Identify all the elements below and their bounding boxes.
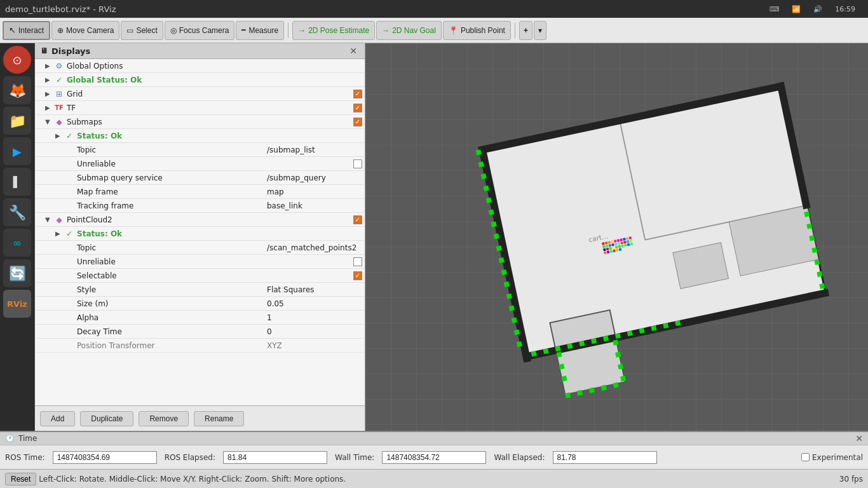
focus-camera-button[interactable]: ◎ Focus Camera — [165, 21, 235, 40]
pc2-checkbox[interactable]: ✓ — [353, 215, 362, 224]
select-icon: ▭ — [126, 26, 133, 35]
svg-rect-57 — [615, 351, 621, 357]
window-controls[interactable]: ⌨📶🔊demo_turtlebot.rviz* - RViz 16:59 — [761, 3, 863, 16]
submaps-tracking-frame-icon — [64, 201, 74, 211]
pc2-position-value[interactable]: XYZ — [267, 341, 362, 350]
tree-item-global-status[interactable]: ✓ Global Status: Ok — [35, 73, 365, 87]
pc2-alpha-value[interactable]: 1 — [267, 313, 362, 322]
submaps-unreliable-checkbox[interactable] — [353, 159, 362, 168]
displays-header: 🖥 Displays ✕ — [35, 43, 365, 59]
svg-rect-65 — [606, 245, 609, 248]
submaps-checkbox[interactable]: ✓ — [353, 118, 362, 126]
rename-button[interactable]: Rename — [194, 411, 244, 426]
pc2-topic-label: Topic — [77, 243, 267, 252]
nav-goal-button[interactable]: → 2D Nav Goal — [376, 21, 442, 40]
tree-item-pc2-unreliable: Unreliable — [35, 255, 365, 269]
focus-camera-label: Focus Camera — [179, 26, 229, 35]
experimental-container[interactable]: Experimental — [801, 453, 863, 462]
svg-rect-50 — [589, 388, 595, 393]
duplicate-button[interactable]: Duplicate — [80, 411, 133, 426]
move-camera-button[interactable]: ⊕ Move Camera — [51, 21, 119, 40]
tree-item-grid[interactable]: ⊞ Grid ✓ — [35, 87, 365, 101]
add-tool-button[interactable]: + — [519, 21, 532, 40]
global-options-icon: ⚙ — [54, 61, 64, 71]
displays-close-button[interactable]: ✕ — [347, 46, 360, 56]
tree-item-submaps-status[interactable]: ✓ Status: Ok — [35, 129, 365, 143]
3d-viewport[interactable]: cart... — [365, 43, 868, 431]
3d-background: cart... — [365, 43, 868, 431]
svg-rect-91 — [607, 250, 610, 254]
submaps-query-value[interactable]: /submap_query — [267, 173, 362, 182]
svg-rect-23 — [506, 294, 512, 299]
tree-item-pc2-status[interactable]: ✓ Status: Ok — [35, 227, 365, 241]
tree-item-global-options[interactable]: ⚙ Global Options — [35, 59, 365, 73]
sidebar-settings-icon[interactable]: 🔧 — [3, 198, 31, 226]
pc2-topic-value[interactable]: /scan_matched_points2 — [267, 243, 362, 252]
sidebar-updates-icon[interactable]: 🔄 — [3, 259, 31, 287]
publish-point-label: Publish Point — [461, 26, 505, 35]
svg-rect-14 — [484, 186, 489, 191]
tf-label: TF — [67, 104, 353, 112]
grid-icon: ⊞ — [54, 89, 64, 99]
svg-rect-33 — [591, 338, 597, 344]
svg-rect-44 — [811, 247, 817, 253]
submaps-status-icon: ✓ — [64, 131, 74, 141]
svg-rect-74 — [609, 247, 613, 250]
sidebar-terminal-icon[interactable]: ▌ — [3, 168, 31, 196]
displays-panel-icon: 🖥 — [40, 46, 48, 55]
add-button[interactable]: Add — [40, 411, 75, 426]
sidebar-rviz-icon[interactable]: RViz — [3, 290, 31, 318]
tree-item-pc2-decay: Decay Time 0 — [35, 325, 365, 339]
svg-rect-31 — [567, 343, 573, 349]
svg-rect-26 — [514, 329, 520, 335]
nav-goal-icon: → — [382, 26, 390, 35]
grid-arrow — [45, 90, 54, 97]
grid-label: Grid — [67, 90, 353, 98]
svg-rect-68 — [614, 240, 617, 243]
reset-button[interactable]: Reset — [5, 473, 36, 485]
pc2-style-value[interactable]: Flat Squares — [267, 285, 362, 294]
tree-item-submaps[interactable]: ◆ Submaps ✓ — [35, 115, 365, 129]
sys-tray: ⌨📶🔊demo_turtlebot.rviz* - RViz 16:59 — [761, 3, 863, 16]
sidebar-arduino-icon[interactable]: ∞ — [3, 229, 31, 257]
pose-estimate-button[interactable]: → 2D Pose Estimate — [292, 21, 375, 40]
tree-item-tf[interactable]: TF TF ✓ — [35, 101, 365, 115]
fps-counter: 30 fps — [839, 475, 863, 484]
interact-button[interactable]: ↖ Interact — [3, 21, 50, 40]
svg-rect-94 — [616, 248, 619, 252]
ros-time-input[interactable] — [53, 451, 157, 464]
menu-button[interactable]: ▾ — [534, 21, 546, 40]
submaps-map-frame-value[interactable]: map — [267, 187, 362, 196]
tf-checkbox[interactable]: ✓ — [353, 104, 362, 112]
submaps-topic-value[interactable]: /submap_list — [267, 146, 362, 154]
sidebar-kodi-icon[interactable]: ▶ — [3, 137, 31, 165]
pc2-style-icon — [64, 285, 74, 295]
experimental-checkbox[interactable] — [801, 453, 810, 461]
timebar-close-button[interactable]: ✕ — [855, 433, 863, 444]
pc2-size-value[interactable]: 0.05 — [267, 299, 362, 308]
pc2-unreliable-checkbox[interactable] — [353, 257, 362, 266]
publish-point-button[interactable]: 📍 Publish Point — [443, 21, 511, 40]
ros-elapsed-input[interactable] — [223, 451, 327, 464]
pc2-decay-value[interactable]: 0 — [267, 327, 362, 336]
measure-button[interactable]: ━ Measure — [236, 21, 284, 40]
submaps-tracking-frame-value[interactable]: base_link — [267, 201, 362, 210]
wall-elapsed-input[interactable] — [553, 451, 657, 464]
sidebar-firefox-icon[interactable]: 🦊 — [3, 76, 31, 104]
wall-time-input[interactable] — [382, 451, 486, 464]
svg-rect-39 — [663, 323, 668, 329]
svg-rect-93 — [613, 249, 616, 252]
select-button[interactable]: ▭ Select — [121, 21, 163, 40]
tree-item-pointcloud2[interactable]: ◆ PointCloud2 ✓ — [35, 213, 365, 227]
grid-checkbox[interactable]: ✓ — [353, 90, 362, 98]
pc2-selectable-checkbox[interactable]: ✓ — [353, 271, 362, 280]
sidebar-files-icon[interactable]: 📁 — [3, 107, 31, 135]
remove-button[interactable]: Remove — [139, 411, 189, 426]
time-clock-icon: 🕐 — [5, 434, 15, 443]
sidebar-ubuntu-icon[interactable]: ⊙ — [3, 46, 31, 74]
submaps-label: Submaps — [67, 118, 353, 126]
svg-rect-27 — [517, 341, 522, 347]
pc2-alpha-label: Alpha — [77, 313, 267, 322]
wall-time-label: Wall Time: — [335, 453, 374, 462]
submaps-query-label: Submap query service — [77, 173, 267, 182]
